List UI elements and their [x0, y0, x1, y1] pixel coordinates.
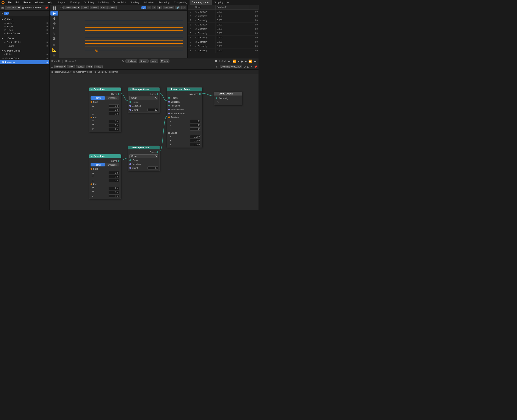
table-row[interactable]: 2 ⬡ Geometry 0.000 0.0: [187, 18, 258, 23]
curve-line2-points-tab[interactable]: Points: [90, 163, 105, 166]
curve-line1-points-tab[interactable]: Points: [90, 96, 105, 100]
node-view-btn[interactable]: View: [67, 65, 75, 68]
menu-file[interactable]: File: [6, 1, 13, 4]
rotate-tool[interactable]: ↻: [51, 26, 58, 31]
node-instance-on-points[interactable]: ⌄ Instance on Points Instances Points: [167, 87, 202, 148]
tab-compositing[interactable]: Compositing: [172, 0, 189, 5]
jump-end-btn[interactable]: ⏭: [254, 60, 257, 63]
breadcrumb-item-2[interactable]: ▦ Geometry Nodes.004: [94, 71, 118, 73]
resample1-mode-dropdown[interactable]: Count: [129, 96, 158, 100]
add-workspace-btn[interactable]: +: [226, 0, 230, 5]
breadcrumb-item-1[interactable]: ⬡ GeometryNodes: [73, 71, 92, 73]
playback-mode-icon[interactable]: ⊙: [122, 60, 124, 63]
cursor-tool[interactable]: ⊕: [51, 16, 58, 21]
tab-animation[interactable]: Animation: [141, 0, 156, 5]
tree-item-vertex[interactable]: □ Vertex 0: [0, 21, 49, 25]
table-row[interactable]: 8 ⬡ Geometry 0.000 0.0: [187, 44, 258, 49]
global-dropdown[interactable]: Global ▾: [163, 6, 174, 9]
curve-line1-direction-tab[interactable]: Direction: [105, 96, 120, 100]
add-cube-tool[interactable]: ⊞: [51, 53, 58, 57]
viewport-shading-solid[interactable]: ●: [147, 6, 151, 9]
marker-btn-menu[interactable]: Marker: [160, 60, 169, 63]
tree-item-point[interactable]: · Point 0: [0, 52, 49, 56]
table-row[interactable]: 0 ⬡ Geometry 0.000 0.0: [187, 10, 258, 14]
table-row[interactable]: 6 ⬡ Geometry 0.000 0.0: [187, 36, 258, 40]
tree-item-volume[interactable]: ≋ Volume Grids 0: [0, 56, 49, 60]
mode-icon[interactable]: [51, 6, 58, 11]
table-row[interactable]: 9 ⬡ Geometry 0.000 0.0: [187, 49, 258, 53]
table-row[interactable]: 5 ⬡ Geometry 0.000 0.0: [187, 31, 258, 36]
tab-sculpting[interactable]: Sculpting: [82, 0, 96, 5]
tab-texture[interactable]: Texture Paint: [111, 0, 128, 5]
tab-shading[interactable]: Shading: [128, 0, 141, 5]
evaluated-dropdown[interactable]: Evaluated: [5, 6, 21, 9]
node-resample-curve-2[interactable]: ⌄ Resample Curve Curve Count: [128, 146, 160, 171]
menu-render[interactable]: Render: [22, 1, 33, 4]
next-frame-btn[interactable]: ▸: [245, 60, 247, 63]
node-pin-btn[interactable]: 📌: [254, 65, 257, 68]
measure-tool[interactable]: 📐: [51, 48, 58, 52]
tree-item-face[interactable]: ◫ Face 0: [0, 28, 49, 32]
filter-btn[interactable]: ▼: [4, 12, 9, 15]
play-btn[interactable]: ▶: [241, 60, 243, 63]
playback-btn-menu[interactable]: Playback: [126, 60, 137, 63]
resample2-mode-dropdown[interactable]: Count: [129, 154, 158, 158]
node-copy-btn[interactable]: ⊡: [247, 65, 249, 68]
keying-btn-menu[interactable]: Keying: [139, 60, 149, 63]
node-group-name[interactable]: Geometry Nodes.004: [220, 65, 242, 68]
menu-help[interactable]: Help: [46, 1, 54, 4]
select-tool[interactable]: ▶: [51, 11, 58, 15]
viewport-shading-wire[interactable]: ○: [152, 6, 156, 9]
viewport-mode-dropdown[interactable]: Object Mode ▾: [63, 6, 80, 9]
move-tool[interactable]: ✛: [51, 21, 58, 26]
annotate-tool[interactable]: ✏: [51, 43, 58, 47]
menu-window[interactable]: Window: [33, 1, 45, 4]
tab-modeling[interactable]: Modeling: [68, 0, 82, 5]
tab-rendering[interactable]: Rendering: [156, 0, 172, 5]
tree-item-instances[interactable]: ⊞ Instances 10: [0, 60, 49, 64]
table-row[interactable]: 3 ⬡ Geometry 0.000 0.0: [187, 23, 258, 27]
transform-tool[interactable]: ⊠: [51, 36, 58, 41]
node-curve-line-1[interactable]: ⌄ Curve Line Curve Points Direction: [89, 87, 121, 132]
node-select-btn[interactable]: Select: [76, 65, 85, 68]
table-row[interactable]: 4 ⬡ Geometry 0.000 0.0: [187, 27, 258, 31]
curve-line2-direction-tab[interactable]: Direction: [105, 163, 120, 166]
viewport-select-btn[interactable]: Select: [90, 6, 99, 9]
node-resample-curve-1[interactable]: ⌄ Resample Curve Curve Count: [128, 87, 160, 113]
tab-layout[interactable]: Layout: [56, 0, 68, 5]
tree-header-pointcloud[interactable]: ▶ ⊙ Point Cloud: [0, 49, 49, 52]
node-node-btn[interactable]: Node: [94, 65, 103, 68]
table-row[interactable]: 7 ⬡ Geometry 0.000 0.0: [187, 40, 258, 44]
viewport-shading-render[interactable]: ◉: [157, 6, 162, 9]
scale-tool[interactable]: ⤡: [51, 31, 58, 36]
overlay-toggle[interactable]: ⬡: [142, 6, 146, 9]
pin-icon[interactable]: 📌: [45, 6, 48, 9]
tree-item-edge[interactable]: ─ Edge 0: [0, 25, 49, 28]
tree-item-control-point[interactable]: ● Control Point 0: [0, 41, 49, 44]
prev-frame-btn[interactable]: ◂: [238, 60, 239, 63]
tree-item-spline[interactable]: ⌒ Spline 0: [0, 44, 49, 48]
node-group-output[interactable]: ⌄ Group Output Geometry: [214, 92, 242, 105]
tab-geometry-nodes[interactable]: Geometry Nodes: [189, 0, 212, 5]
tab-uv[interactable]: UV Editing: [96, 0, 111, 5]
viewport-object-btn[interactable]: Object: [107, 6, 117, 9]
snap-btn[interactable]: 🔗: [175, 6, 180, 9]
breadcrumb-item-0[interactable]: ▦ BezierCurve.003: [51, 71, 70, 73]
tab-scripting[interactable]: Scripting: [212, 0, 226, 5]
filter-icon[interactable]: ▼: [1, 12, 3, 15]
viewport-add-btn[interactable]: Add: [100, 6, 106, 9]
viewport-view-btn[interactable]: View: [81, 6, 89, 9]
modifier-dropdown[interactable]: Modifier ▾: [54, 65, 66, 68]
node-add-btn[interactable]: Add: [86, 65, 93, 68]
blender-logo[interactable]: [1, 0, 5, 5]
node-close-btn[interactable]: ✕: [251, 65, 253, 68]
proportional-edit[interactable]: ⊙: [181, 6, 186, 9]
node-curve-line-2[interactable]: ⌄ Curve Line Curve Points Direction: [89, 154, 121, 199]
tree-header-curve[interactable]: ▶ 〜 Curve: [0, 36, 49, 41]
tree-header-mesh[interactable]: ▶ ⬡ Mesh: [0, 17, 49, 21]
menu-edit[interactable]: Edit: [14, 1, 21, 4]
next-keyframe-btn[interactable]: ⏩: [248, 60, 252, 63]
view-btn-menu[interactable]: View: [150, 60, 158, 63]
jump-start-btn[interactable]: ⏮: [228, 60, 231, 63]
tree-item-face-corner[interactable]: ⌐ Face Corner 0: [0, 32, 49, 35]
